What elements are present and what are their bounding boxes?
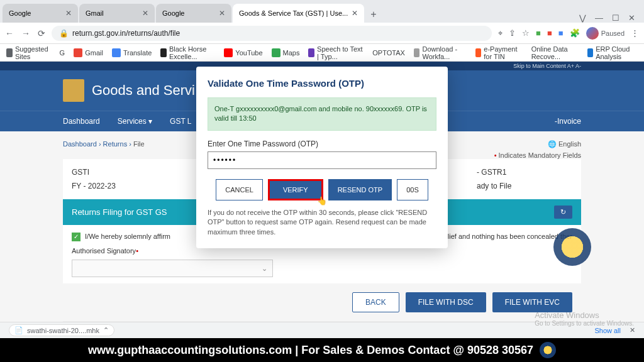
close-window-icon[interactable]: ✕ <box>628 13 635 23</box>
oos-button[interactable]: 00S <box>397 179 428 200</box>
browser-tab-active[interactable]: Goods & Service Tax (GST) | Use...✕ <box>233 4 364 23</box>
lock-icon: 🔒 <box>59 29 69 38</box>
cancel-button[interactable]: CANCEL <box>216 179 263 200</box>
nav-dashboard[interactable]: Dashboard <box>63 111 100 131</box>
ext-icon[interactable]: ■ <box>558 28 564 38</box>
gsti-label: GSTI <box>63 165 125 179</box>
expand-icon[interactable]: ⋁ <box>579 13 586 23</box>
language-selector[interactable]: 🌐 English <box>548 140 581 148</box>
otp-label: Enter One Time Password (OTP) <box>208 140 436 148</box>
browser-tab[interactable]: Gmail✕ <box>79 4 155 23</box>
breadcrumb-link[interactable]: Dashboard <box>63 140 97 148</box>
signatory-select[interactable]: ⌄ <box>72 260 273 277</box>
nav-gstlaw[interactable]: GST L <box>170 111 191 131</box>
modal-note: If you do not receive the OTP within 30 … <box>208 208 436 237</box>
location-icon[interactable]: ⌖ <box>498 28 502 38</box>
avatar-icon <box>586 27 599 40</box>
bookmark-item[interactable]: ERP Cloud Analysis <box>587 45 638 60</box>
browser-tab[interactable]: Google✕ <box>156 4 231 23</box>
bookmark-item[interactable]: Black Horse Excelle... <box>160 45 215 60</box>
checkbox-checked[interactable]: ✓ <box>72 233 80 241</box>
section-title: Returns Filing for GST GS <box>72 207 167 217</box>
breadcrumb-link[interactable]: Returns <box>103 140 128 148</box>
extensions-icon[interactable]: 🧩 <box>570 28 580 38</box>
bookmarks-bar: Suggested Sites G Gmail Translate Black … <box>0 44 644 62</box>
profile-paused[interactable]: Paused <box>586 27 625 40</box>
ext-icon[interactable]: ■ <box>547 28 552 38</box>
bookmark-item[interactable]: G <box>60 49 65 57</box>
resend-otp-button[interactable]: RESEND OTP <box>328 179 392 200</box>
bookmark-item[interactable]: Gmail <box>74 48 103 57</box>
bookmark-item[interactable]: Download - Workfa... <box>414 45 467 60</box>
bookmark-item[interactable]: Maps <box>272 48 300 57</box>
activate-windows-watermark: Activate Windows Go to Settings to activ… <box>535 310 634 327</box>
close-icon[interactable]: ✕ <box>630 326 635 334</box>
emblem-icon <box>63 79 84 102</box>
guptha-logo-icon <box>540 342 556 358</box>
close-icon[interactable]: ✕ <box>142 9 148 18</box>
minimize-icon[interactable]: — <box>595 13 603 23</box>
bookmark-item[interactable]: Online Data Recove... <box>531 45 579 60</box>
highlight-box: VERIFY <box>268 179 323 200</box>
affirm-text: I/We hereby solemnly affirm <box>85 233 170 240</box>
guptha-logo-icon <box>553 228 591 266</box>
ext-icon[interactable]: ■ <box>536 28 541 38</box>
close-icon[interactable]: ✕ <box>65 9 72 18</box>
file-dsc-button[interactable]: FILE WITH DSC <box>406 292 486 312</box>
bookmark-item[interactable]: OPTOTAX <box>372 49 405 57</box>
bookmark-item[interactable]: Suggested Sites <box>6 45 51 60</box>
close-icon[interactable]: ✕ <box>219 9 225 18</box>
breadcrumb-current: File <box>133 140 145 148</box>
chevron-down-icon: ⌄ <box>262 263 267 274</box>
bookmark-item[interactable]: YouTube <box>224 48 262 57</box>
show-all-link[interactable]: Show all <box>594 327 621 334</box>
menu-icon[interactable]: ⋮ <box>631 28 639 38</box>
modal-title: Validate One Time Password (OTP) <box>208 78 436 89</box>
forward-icon[interactable]: → <box>21 28 30 38</box>
file-icon: 📄 <box>14 326 23 334</box>
chevron-up-icon[interactable]: ⌃ <box>103 326 109 334</box>
maximize-icon[interactable]: ☐ <box>612 13 619 23</box>
browser-tab[interactable]: Google✕ <box>3 4 78 23</box>
signatory-label: Authorised Signatory <box>72 247 136 255</box>
bookmark-item[interactable]: e-Payment for TIN <box>475 45 523 60</box>
video-footer: www.gupthaaccountingsolutions.com | For … <box>0 338 644 362</box>
modal-info: One-T gxxxxxxxxxx0@gmail.com and mobile … <box>208 97 436 131</box>
page-title: Goods and Servi <box>92 82 195 99</box>
refresh-button[interactable]: ↻ <box>554 206 572 219</box>
verify-button[interactable]: VERIFY <box>270 181 321 199</box>
browser-tabs-bar: Google✕ Gmail✕ Google✕ Goods & Service T… <box>0 0 644 23</box>
back-icon[interactable]: ← <box>5 28 14 38</box>
fy-label: FY - 2022-23 <box>63 179 125 193</box>
bookmark-item[interactable]: Translate <box>112 48 152 57</box>
star-icon[interactable]: ☆ <box>522 28 530 38</box>
new-tab-button[interactable]: + <box>365 6 381 23</box>
return-type: - GSTR1 <box>468 165 581 179</box>
reload-icon[interactable]: ⟳ <box>38 28 45 38</box>
url-text: return.gst.gov.in/returns/auth/file <box>72 29 180 38</box>
url-input[interactable]: 🔒 return.gst.gov.in/returns/auth/file <box>52 26 492 41</box>
back-button[interactable]: BACK <box>352 292 399 312</box>
return-status: ady to File <box>468 179 581 193</box>
nav-einvoice[interactable]: -Invoice <box>555 111 581 131</box>
nav-services[interactable]: Services ▾ <box>118 111 152 131</box>
share-icon[interactable]: ⇪ <box>509 28 516 38</box>
download-item[interactable]: 📄 swathi-swathi-20....mhk ⌃ <box>9 324 114 336</box>
otp-modal: Validate One Time Password (OTP) One-T g… <box>196 67 448 248</box>
file-evc-button[interactable]: FILE WITH EVC <box>492 292 572 312</box>
bookmark-item[interactable]: Speech to Text | Typ... <box>308 45 364 60</box>
window-controls: ⋁ — ☐ ✕ <box>573 13 641 23</box>
address-bar: ← → ⟳ 🔒 return.gst.gov.in/returns/auth/f… <box>0 23 644 44</box>
close-icon[interactable]: ✕ <box>352 9 358 18</box>
otp-input[interactable] <box>208 151 436 169</box>
cursor-icon: 👆 <box>317 196 327 206</box>
